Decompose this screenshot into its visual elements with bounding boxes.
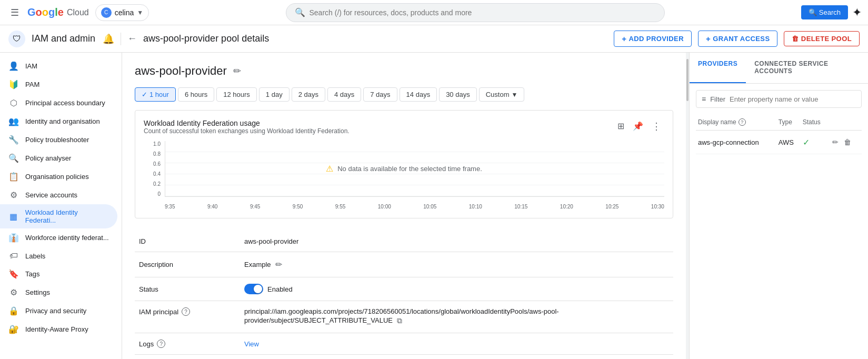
detail-row-id: ID aws-pool-provider bbox=[135, 231, 673, 252]
label-icon: 🏷 bbox=[8, 251, 19, 261]
chart-container: Workload Identity Federation usage Count… bbox=[135, 110, 673, 218]
sidebar-item-identity-aware-proxy[interactable]: 🔐 Identity-Aware Proxy bbox=[0, 320, 117, 338]
help-icon[interactable]: ? bbox=[182, 307, 190, 316]
provider-row-actions: ✏ 🗑 bbox=[828, 131, 862, 154]
add-provider-button[interactable]: + ADD PROVIDER bbox=[614, 31, 692, 47]
proxy-icon: 🔐 bbox=[8, 324, 19, 334]
sidebar-item-policy-troubleshooter[interactable]: 🔧 Policy troubleshooter bbox=[0, 131, 117, 149]
chart-no-data: ⚠ No data is available for the selected … bbox=[326, 164, 482, 174]
chart-title: Workload Identity Federation usage bbox=[144, 119, 350, 127]
x-label: 10:25 bbox=[605, 204, 618, 210]
chart-area: 1.0 0.8 0.6 0.4 0.2 0 ⚠ No data is avail… bbox=[144, 141, 664, 210]
chart-actions: ⊞ 📌 ⋮ bbox=[614, 119, 664, 133]
tag-icon: 🔖 bbox=[8, 269, 19, 279]
provider-delete-button[interactable]: 🗑 bbox=[842, 136, 853, 148]
filter-label: Filter bbox=[710, 95, 725, 103]
detail-label-logs: Logs ? bbox=[135, 333, 240, 355]
search-input[interactable] bbox=[310, 8, 656, 17]
copy-principal-button[interactable]: ⧉ bbox=[395, 315, 404, 326]
right-panel-tabs: PROVIDERS CONNECTED SERVICE ACCOUNTS bbox=[690, 53, 868, 84]
sidebar-item-tags[interactable]: 🔖 Tags bbox=[0, 265, 117, 283]
toggle-button[interactable] bbox=[244, 284, 263, 294]
edit-provider-name-button[interactable]: ✏ bbox=[231, 63, 243, 79]
sidebar-item-label: Identity-Aware Proxy bbox=[25, 325, 88, 333]
time-filter-1day[interactable]: 1 day bbox=[259, 87, 290, 102]
sidebar-item-label: PAM bbox=[25, 81, 39, 88]
top-nav: ☰ Google Cloud C celina ▼ 🔍 🔍 Search ✦ bbox=[0, 0, 868, 25]
col-display-name: Display name ? bbox=[696, 114, 776, 131]
sidebar-item-label: Tags bbox=[25, 270, 39, 278]
edit-description-button[interactable]: ✏ bbox=[274, 258, 283, 271]
sidebar-item-principal-access-boundary[interactable]: ⬡ Principal access boundary bbox=[0, 94, 117, 112]
time-filter-7days[interactable]: 7 days bbox=[363, 87, 397, 102]
details-table: ID aws-pool-provider Description Example… bbox=[135, 231, 673, 355]
provider-name-cell: aws-gcp-connection bbox=[696, 131, 776, 154]
bell-button[interactable]: 🔔 bbox=[103, 33, 114, 45]
y-label: 0.4 bbox=[153, 171, 161, 177]
chart-pin-button[interactable]: 📌 bbox=[630, 119, 646, 133]
sidebar-item-privacy-security[interactable]: 🔒 Privacy and security bbox=[0, 302, 117, 320]
x-label: 10:30 bbox=[651, 204, 664, 210]
x-label: 10:05 bbox=[423, 204, 436, 210]
time-filter-1hour[interactable]: ✓ 1 hour bbox=[135, 87, 176, 102]
tab-connected-service-accounts[interactable]: CONNECTED SERVICE ACCOUNTS bbox=[746, 53, 868, 83]
time-filter-6hours[interactable]: 6 hours bbox=[178, 87, 214, 102]
sidebar-item-workforce-identity[interactable]: 👔 Workforce identity federat... bbox=[0, 228, 117, 247]
help-icon[interactable]: ? bbox=[739, 118, 746, 126]
col-status: Status bbox=[801, 114, 828, 131]
time-filter-30days[interactable]: 30 days bbox=[439, 87, 477, 102]
spark-icon[interactable]: ✦ bbox=[852, 6, 862, 19]
sidebar-item-label: Workforce identity federat... bbox=[25, 234, 109, 242]
sidebar-item-service-accounts[interactable]: ⚙ Service accounts bbox=[0, 186, 117, 204]
right-panel: PROVIDERS CONNECTED SERVICE ACCOUNTS ≡ F… bbox=[689, 53, 868, 359]
sidebar-item-settings[interactable]: ⚙ Settings bbox=[0, 283, 117, 302]
scrollbar-area bbox=[686, 53, 689, 359]
delete-pool-button[interactable]: 🗑 DELETE POOL bbox=[784, 31, 860, 46]
detail-label-description: Description bbox=[135, 252, 240, 277]
scrollbar-thumb[interactable] bbox=[686, 59, 689, 101]
chart-expand-button[interactable]: ⊞ bbox=[614, 119, 627, 133]
help-icon[interactable]: ? bbox=[157, 340, 165, 348]
sidebar-item-policy-analyser[interactable]: 🔍 Policy analyser bbox=[0, 149, 117, 167]
provider-header: aws-pool-provider ✏ bbox=[135, 63, 673, 79]
time-filter-12hours[interactable]: 12 hours bbox=[216, 87, 257, 102]
x-label: 9:40 bbox=[207, 204, 217, 210]
sidebar-item-labels[interactable]: 🏷 Labels bbox=[0, 247, 117, 265]
sidebar-item-organisation-policies[interactable]: 📋 Organisation policies bbox=[0, 167, 117, 186]
detail-value-id: aws-pool-provider bbox=[240, 231, 673, 252]
sidebar-item-pam[interactable]: 🔰 PAM bbox=[0, 75, 117, 94]
time-filter-14days[interactable]: 14 days bbox=[400, 87, 437, 102]
time-filter-4days[interactable]: 4 days bbox=[327, 87, 361, 102]
nav-title: IAM and admin bbox=[32, 33, 95, 44]
sidebar-item-label: Principal access boundary bbox=[25, 99, 105, 107]
status-active-icon: ✓ bbox=[803, 138, 810, 147]
warning-icon: ⚠ bbox=[326, 164, 333, 174]
time-filter-custom[interactable]: Custom ▼ bbox=[479, 87, 525, 102]
sidebar-item-identity-organisation[interactable]: 👥 Identity and organisation bbox=[0, 112, 117, 131]
y-label: 1.0 bbox=[153, 141, 161, 147]
grant-icon: + bbox=[706, 34, 711, 43]
settings-icon: ⚙ bbox=[8, 287, 19, 297]
tab-providers[interactable]: PROVIDERS bbox=[690, 53, 746, 83]
provider-row: aws-gcp-connection AWS ✓ ✏ 🗑 bbox=[696, 131, 862, 154]
chevron-down-icon: ▼ bbox=[137, 9, 143, 16]
time-filter-2days[interactable]: 2 days bbox=[292, 87, 325, 102]
search-button[interactable]: 🔍 Search bbox=[801, 5, 848, 19]
chevron-down-icon: ▼ bbox=[511, 91, 517, 98]
filter-input[interactable] bbox=[730, 95, 856, 103]
nav-shield-icon: 🛡 bbox=[8, 31, 25, 47]
workforce-icon: 👔 bbox=[8, 233, 19, 243]
hamburger-button[interactable]: ☰ bbox=[6, 3, 23, 23]
chart-more-button[interactable]: ⋮ bbox=[648, 119, 664, 133]
logs-view-link[interactable]: View bbox=[244, 340, 259, 348]
sidebar-item-iam[interactable]: 👤 IAM bbox=[0, 57, 117, 75]
delete-icon: 🗑 bbox=[792, 35, 799, 43]
provider-edit-button[interactable]: ✏ bbox=[830, 136, 841, 148]
grant-access-button[interactable]: + GRANT ACCESS bbox=[698, 31, 778, 47]
sidebar-item-workload-identity[interactable]: ▦ Workload Identity Federati... bbox=[0, 204, 117, 228]
back-button[interactable]: ← bbox=[127, 33, 137, 44]
account-icon: C bbox=[101, 7, 112, 18]
account-chip[interactable]: C celina ▼ bbox=[95, 4, 149, 21]
body-layout: 👤 IAM 🔰 PAM ⬡ Principal access boundary … bbox=[0, 53, 868, 359]
chart-subtitle: Count of successful token exchanges usin… bbox=[144, 127, 350, 135]
